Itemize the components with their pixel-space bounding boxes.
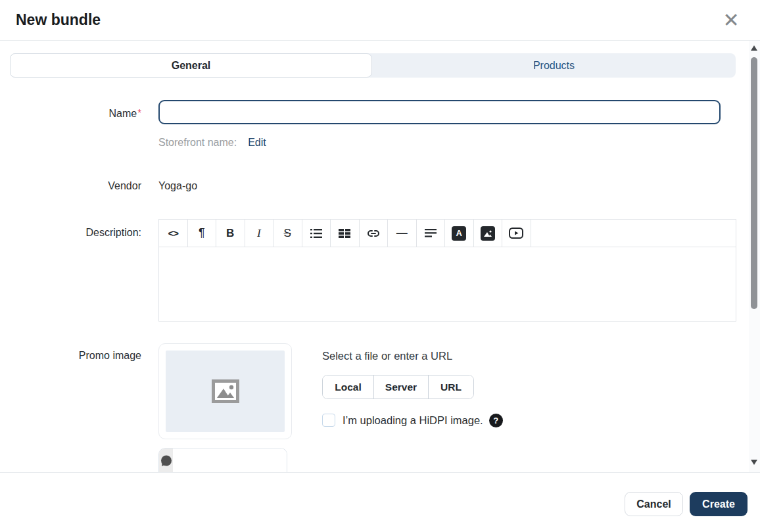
italic-icon: I [257,227,261,240]
scroll-down-icon[interactable] [751,460,757,465]
modal-footer: Cancel Create [0,472,760,532]
font-color-icon: A [452,226,466,241]
table-icon [339,229,350,238]
promo-image-label: Promo image [0,348,141,364]
new-bundle-modal: New bundle ✕ Products General Name* Stor… [0,0,760,532]
link-icon [367,230,380,237]
source-server-button[interactable]: Server [374,375,429,399]
required-asterisk: * [137,107,141,118]
description-editor: <> ¶ B I S [158,219,736,322]
horizontal-rule-button[interactable]: — [388,220,417,247]
italic-button[interactable]: I [245,220,274,247]
vendor-value: Yoga-go [158,178,197,194]
storefront-edit-link[interactable]: Edit [248,137,266,148]
table-button[interactable] [331,220,360,247]
comment-bubble-icon [159,454,173,468]
source-local-button[interactable]: Local [323,375,374,399]
insert-video-icon [509,228,523,239]
description-label: Description: [0,225,141,241]
close-icon[interactable]: ✕ [721,10,742,31]
promo-image-preview[interactable] [158,343,292,439]
bold-icon: B [226,227,234,240]
create-button[interactable]: Create [690,492,748,516]
hidpi-row: I’m uploading a HiDPI image. ? [322,413,503,427]
insert-video-button[interactable] [502,220,531,247]
code-view-icon: <> [168,228,178,239]
tab-bar: Products General [10,53,736,78]
font-color-button[interactable]: A [445,220,474,247]
description-textarea[interactable] [159,247,736,321]
scrollbar-thumb[interactable] [751,57,757,309]
align-left-button[interactable] [417,220,446,247]
editor-toolbar: <> ¶ B I S [159,220,736,247]
comment-addon [159,448,173,472]
horizontal-rule-icon: — [396,227,408,240]
insert-image-icon [481,226,495,241]
align-left-icon [425,229,437,237]
modal-title: New bundle [16,0,101,41]
unordered-list-button[interactable] [302,220,331,247]
link-button[interactable] [360,220,389,247]
source-url-button[interactable]: URL [429,375,473,399]
modal-header: New bundle ✕ [0,0,760,41]
name-label: Name* [0,100,141,126]
strikethrough-icon: S [284,227,291,240]
hidpi-checkbox[interactable] [322,414,335,427]
strikethrough-button[interactable]: S [273,220,302,247]
paragraph-icon: ¶ [199,226,205,240]
scroll-up-icon[interactable] [751,45,757,51]
unordered-list-icon [310,229,322,238]
modal-body: Products General Name* Storefront name:E… [0,41,760,472]
tab-general[interactable]: General [10,53,372,78]
tab-products[interactable]: Products [372,53,736,78]
select-file-text: Select a file or enter a URL [322,348,452,364]
cancel-button[interactable]: Cancel [625,492,683,516]
insert-image-button[interactable] [474,220,503,247]
picture-placeholder-icon [212,379,239,403]
code-view-button[interactable]: <> [159,220,188,247]
image-source-group: Local Server URL [322,375,474,399]
storefront-name-label: Storefront name: [158,137,237,148]
bold-button[interactable]: B [216,220,245,247]
image-comment-input[interactable] [173,448,287,472]
help-icon[interactable]: ? [489,414,503,427]
paragraph-button[interactable]: ¶ [188,220,217,247]
vendor-label: Vendor [0,178,141,194]
promo-image-placeholder [166,351,285,432]
hidpi-label: I’m uploading a HiDPI image. [343,414,483,427]
storefront-row: Storefront name:Edit [158,135,266,151]
vertical-scrollbar[interactable] [749,41,760,472]
name-input[interactable] [158,100,721,124]
image-comment-group [158,448,287,472]
